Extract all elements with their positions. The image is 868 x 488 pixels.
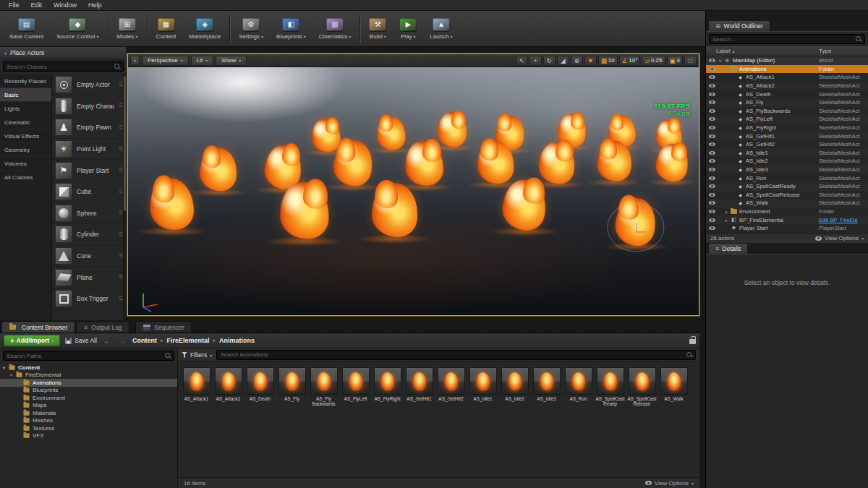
place-actor-empty-pawn[interactable]: ♟Empty Pawn⠿ <box>52 117 127 139</box>
play-button[interactable]: ▶Play <box>393 12 423 46</box>
tree-textures[interactable]: Textures <box>0 424 177 432</box>
asset-as-flyright[interactable]: AS_FlyRight <box>372 367 403 407</box>
category-cinematic[interactable]: Cinematic <box>0 116 51 129</box>
outliner-row-as-attack2[interactable]: ◆AS_Attack2SkeletalMeshAct <box>706 82 868 90</box>
outliner-row-mainmap-editor[interactable]: ▾⊕MainMap (Editor)World <box>706 56 868 65</box>
visibility-eye-icon[interactable] <box>709 107 716 114</box>
tree-meshes[interactable]: Meshes <box>0 417 177 425</box>
maximize-icon[interactable]: □ <box>684 56 697 66</box>
outliner-row-as-walk[interactable]: ◆AS_WalkSkeletalMeshAct <box>706 199 868 207</box>
lit-button[interactable]: Lit <box>191 56 213 66</box>
lock-icon[interactable] <box>689 339 696 344</box>
visibility-eye-icon[interactable] <box>709 225 716 232</box>
visibility-eye-icon[interactable] <box>709 141 716 148</box>
forward-button[interactable]: → <box>117 337 127 345</box>
filters-button[interactable]: Filters <box>182 351 212 359</box>
select-tool-icon[interactable]: ↖ <box>516 56 528 66</box>
viewport-scene[interactable]: 119.97 FPS 8.34 ms <box>128 67 699 315</box>
add-import-button[interactable]: Add/Import <box>4 335 60 346</box>
outliner-row-as-fly[interactable]: ◆AS_FlySkeletalMeshAct <box>706 98 868 107</box>
asset-as-fly[interactable]: AS_Fly <box>276 367 307 407</box>
outliner-row-as-flyleft[interactable]: ◆AS_FlyLeftSkeletalMeshAct <box>706 115 868 124</box>
asset-as-idle2[interactable]: AS_Idle2 <box>499 367 530 407</box>
category-lights[interactable]: Lights <box>0 102 51 116</box>
asset-as-attack1[interactable]: AS_Attack1 <box>181 367 212 407</box>
camera-speed-icon[interactable]: ▣4 <box>667 56 683 66</box>
category-all-classes[interactable]: All Classes <box>0 171 51 184</box>
column-type[interactable]: Type <box>819 48 868 54</box>
category-basic[interactable]: Basic <box>0 88 51 102</box>
source-control-button[interactable]: ◆Source Control <box>50 12 105 46</box>
modes-button[interactable]: ⊞Modes <box>111 12 145 46</box>
scrollbar[interactable] <box>123 74 127 320</box>
marketplace-button[interactable]: ◈Marketplace <box>183 12 228 46</box>
tree-materials[interactable]: Materials <box>0 409 177 417</box>
perspective-button[interactable]: Perspective <box>142 56 189 66</box>
build-button[interactable]: ⚒Build <box>362 12 393 46</box>
outliner-row-as-idle2[interactable]: ◆AS_Idle2SkeletalMeshAct <box>706 157 868 166</box>
visibility-eye-icon[interactable] <box>709 207 716 215</box>
outliner-row-as-gethit2[interactable]: ◆AS_GetHit2SkeletalMeshAct <box>706 140 868 149</box>
place-actor-cone[interactable]: Cone⠿ <box>52 246 127 267</box>
menu-edit[interactable]: Edit <box>25 1 48 9</box>
view-options-button[interactable]: View Options <box>645 480 694 487</box>
visibility-eye-icon[interactable] <box>709 90 716 98</box>
menu-window[interactable]: Window <box>48 1 82 9</box>
tree-animations[interactable]: Animations <box>0 379 177 387</box>
blueprints-button[interactable]: ◧Blueprints <box>270 12 312 46</box>
visibility-eye-icon[interactable] <box>709 116 716 123</box>
tree-blueprints[interactable]: Blueprints <box>0 387 177 395</box>
visibility-eye-icon[interactable] <box>709 149 716 156</box>
category-geometry[interactable]: Geometry <box>0 143 51 157</box>
outliner-row-as-attack1[interactable]: ◆AS_Attack1SkeletalMeshAct <box>706 73 868 82</box>
place-actor-player-start[interactable]: ⚑Player Start⠿ <box>52 160 127 181</box>
breadcrumb-fireelemental[interactable]: FireElemental <box>166 337 209 344</box>
outliner-row-environment[interactable]: ▸EnvironmentFolder <box>706 207 868 216</box>
scale-snap-icon[interactable]: ▱0.25 <box>642 56 665 66</box>
visibility-eye-icon[interactable] <box>709 183 716 190</box>
place-actor-cylinder[interactable]: Cylinder⠿ <box>52 224 127 246</box>
outliner-row-as-flybackwards[interactable]: ◆AS_FlyBackwardsSkeletalMeshAct <box>706 107 868 116</box>
visibility-eye-icon[interactable] <box>709 99 716 106</box>
cinematics-button[interactable]: ▥Cinematics <box>312 12 358 46</box>
show-button[interactable]: Show <box>216 56 247 66</box>
visibility-eye-icon[interactable] <box>709 200 716 207</box>
asset-search-input[interactable] <box>220 351 684 358</box>
place-actor-empty-actor[interactable]: Empty Actor⠿ <box>52 74 127 96</box>
place-actor-empty-charac[interactable]: Empty Charac⠿ <box>52 96 127 118</box>
outliner-type[interactable]: Edit BP_FireEle <box>819 217 868 223</box>
place-actor-point-light[interactable]: ☀Point Light⠿ <box>52 139 127 160</box>
asset-as-idle3[interactable]: AS_Idle3 <box>531 367 562 407</box>
asset-as-spellcast-release[interactable]: AS_SpellCast Release <box>626 367 658 407</box>
visibility-eye-icon[interactable] <box>709 191 716 198</box>
rotation-snap-icon[interactable]: ∠10° <box>619 56 641 66</box>
visibility-eye-icon[interactable] <box>709 74 716 81</box>
menu-help[interactable]: Help <box>82 1 108 9</box>
grid-snap-icon[interactable]: ▦10 <box>598 56 618 66</box>
outliner-row-player-start[interactable]: ⚑Player StartPlayerStart <box>706 224 868 233</box>
place-actor-box-trigger[interactable]: Box Trigger⠿ <box>52 288 127 310</box>
settings-button[interactable]: ⚙Settings <box>232 12 270 46</box>
rotate-tool-icon[interactable]: ↻ <box>543 56 556 66</box>
visibility-eye-icon[interactable] <box>709 132 716 140</box>
surface-snap-icon[interactable]: ▼ <box>584 56 597 66</box>
breadcrumb-content[interactable]: Content <box>132 337 157 344</box>
coordinate-space-icon[interactable]: ⊕ <box>571 56 583 66</box>
asset-as-flyleft[interactable]: AS_FlyLeft <box>340 367 371 407</box>
visibility-eye-icon[interactable] <box>709 158 716 165</box>
asset-as-fly-backwards[interactable]: AS_Fly Backwards <box>308 367 339 407</box>
visibility-eye-icon[interactable] <box>709 65 716 72</box>
launch-button[interactable]: ▲Launch <box>423 12 459 46</box>
outliner-search-input[interactable] <box>712 36 854 43</box>
tab-content-browser[interactable]: Content Browser <box>1 321 75 333</box>
save-all-button[interactable]: Save All <box>65 337 97 344</box>
outliner-row-as-idle1[interactable]: ◆AS_Idle1SkeletalMeshAct <box>706 149 868 158</box>
asset-as-gethit1[interactable]: AS_GetHit1 <box>404 367 435 407</box>
visibility-eye-icon[interactable] <box>709 174 716 181</box>
asset-as-gethit2[interactable]: AS_GetHit2 <box>435 367 467 407</box>
view-options-button[interactable]: View Options <box>815 235 864 241</box>
asset-as-spellcast-ready[interactable]: AS_SpellCast Ready <box>595 367 626 407</box>
outliner-row-bp-fireelemental[interactable]: ▸◧BP_FireElementalEdit BP_FireEle <box>706 215 868 224</box>
column-label[interactable]: Label <box>706 48 819 54</box>
paths-search-input[interactable] <box>7 353 163 359</box>
